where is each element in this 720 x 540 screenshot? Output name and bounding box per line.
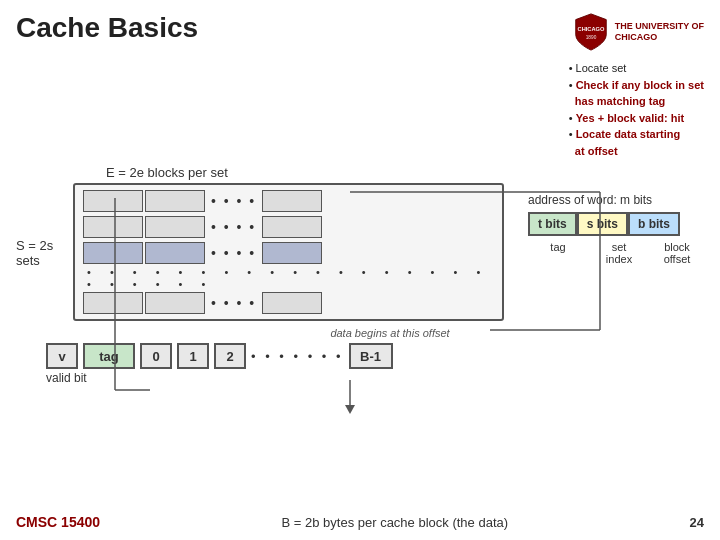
mem-cell-0: 0 xyxy=(140,343,172,369)
b-bits-box: b bits xyxy=(628,212,680,236)
data-offset-label: data begins at this offset xyxy=(96,327,684,339)
page-title: Cache Basics xyxy=(16,12,198,44)
cache-block-active xyxy=(145,242,205,264)
top-right: CHICAGO 1890 THE UNIVERSITY OF CHICAGO •… xyxy=(569,12,704,159)
cache-block-active xyxy=(262,242,322,264)
t-bits-box: t bits xyxy=(528,212,577,236)
svg-text:CHICAGO: CHICAGO xyxy=(577,26,604,32)
cache-sets-container: • • • • • • • • • • • • xyxy=(73,183,504,321)
cmsc-label: CMSC 15400 xyxy=(16,514,100,530)
main-content: Cache Basics CHICAGO 1890 THE UNIVERSITY… xyxy=(0,0,720,540)
shield-icon: CHICAGO 1890 xyxy=(573,12,609,52)
memory-block-row: v tag 0 1 2 • • • • • • • B-1 xyxy=(46,343,704,369)
mem-cell-v: v xyxy=(46,343,78,369)
cache-block xyxy=(145,216,205,238)
cache-row-last: • • • • xyxy=(83,292,494,314)
mem-cell-1: 1 xyxy=(177,343,209,369)
page-number: 24 xyxy=(690,515,704,530)
mem-cell-tag: tag xyxy=(83,343,135,369)
b-formula: B = 2b bytes per cache block (the data) xyxy=(282,515,509,530)
set-field-label: setindex xyxy=(592,241,646,265)
mem-cell-b1: B-1 xyxy=(349,343,393,369)
valid-bit-label: valid bit xyxy=(46,371,704,385)
cache-block-active xyxy=(83,242,143,264)
cache-row-3: • • • • xyxy=(83,242,494,264)
cache-block xyxy=(83,292,143,314)
tag-field-label: tag xyxy=(528,241,588,265)
addr-bits-row: t bits s bits b bits xyxy=(528,212,704,236)
university-logo: CHICAGO 1890 THE UNIVERSITY OF CHICAGO xyxy=(573,12,704,52)
header: Cache Basics CHICAGO 1890 THE UNIVERSITY… xyxy=(0,0,720,159)
svg-text:1890: 1890 xyxy=(585,35,596,40)
mem-cell-2: 2 xyxy=(214,343,246,369)
vertical-dots: • • • • • • • • • • • • • • • • • • • • … xyxy=(83,264,494,292)
cache-block xyxy=(83,190,143,212)
university-name: THE UNIVERSITY OF CHICAGO xyxy=(615,21,704,43)
cache-row-2: • • • • xyxy=(83,216,494,238)
mem-dots: • • • • • • • xyxy=(251,349,344,364)
cache-block xyxy=(262,216,322,238)
e-label: E = 2e blocks per set xyxy=(106,165,704,180)
s-bits-box: s bits xyxy=(577,212,628,236)
bullet-list: • Locate set • Check if any block in set… xyxy=(569,60,704,159)
s-label: S = 2s sets xyxy=(16,238,65,268)
cache-row-1: • • • • xyxy=(83,190,494,212)
cache-block xyxy=(145,190,205,212)
cache-block xyxy=(262,292,322,314)
svg-marker-8 xyxy=(345,405,355,414)
address-area: address of word: m bits t bits s bits b … xyxy=(528,193,704,265)
cache-block xyxy=(83,216,143,238)
diagram-area: E = 2e blocks per set S = 2s sets • • • … xyxy=(16,165,704,385)
addr-word-label: address of word: m bits xyxy=(528,193,704,207)
cache-block xyxy=(145,292,205,314)
block-field-label: blockoffset xyxy=(650,241,704,265)
footer: CMSC 15400 B = 2b bytes per cache block … xyxy=(16,514,704,530)
cache-block xyxy=(262,190,322,212)
addr-fields-labels: tag setindex blockoffset xyxy=(528,241,704,265)
